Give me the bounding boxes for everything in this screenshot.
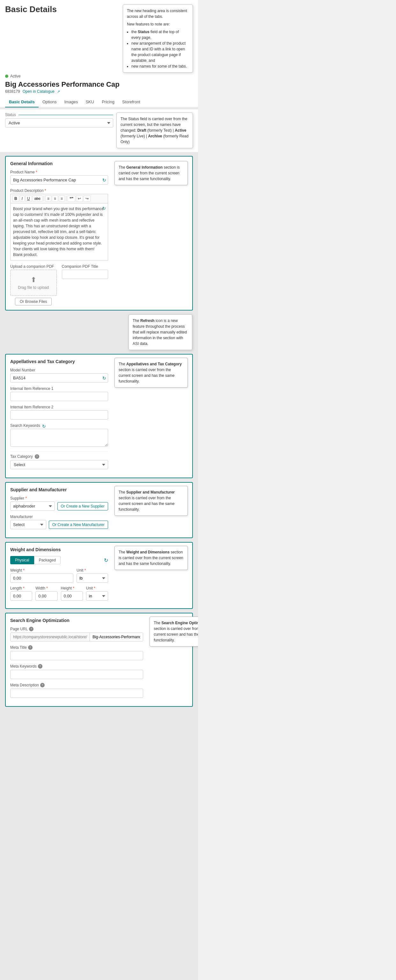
weight-section: Weight and Dimensions Physical Packaged … [5,542,193,609]
page-url-group: Page URL ? https://companystoresnewpubli… [10,627,143,641]
tooltip-bullet3: new names for some of the tabs. [131,64,189,69]
rte-strikethrough-btn[interactable]: abc [32,196,42,202]
meta-title-help-icon[interactable]: ? [28,645,32,650]
model-number-input[interactable] [10,373,108,383]
weight-title: Weight and Dimensions [10,547,108,552]
weight-tooltip: The Weight and Dimensions section is car… [115,546,188,570]
weight-refresh-btn[interactable]: ↻ [104,557,108,563]
dim-unit-group: Unit * in cm ft [86,586,108,601]
companion-pdf-title-label: Companion PDF Title [62,264,108,269]
meta-keywords-label: Meta Keywords [10,664,37,668]
internal-ref1-input[interactable] [10,392,108,401]
tab-sku[interactable]: SKU [82,97,98,107]
supplier-select[interactable]: alphabroder [10,501,55,511]
meta-description-input[interactable] [10,689,143,698]
product-name-label: Product Name * [10,170,108,174]
page-url-help-icon[interactable]: ? [29,627,33,631]
width-input[interactable] [35,591,57,601]
product-name-refresh-btn[interactable]: ↻ [102,178,106,183]
tabs-bar: Basic Details Options Images SKU Pricing… [0,97,198,107]
seo-url-row: https://companystoresnewpublic.local/sto… [10,633,143,641]
create-new-manufacturer-btn[interactable]: Or Create a New Manufacturer [49,520,108,529]
search-keywords-label: Search Keywords [10,423,40,428]
rte-redo-btn[interactable]: ↪ [84,196,91,202]
appellatives-section: Appellatives and Tax Category Model Numb… [5,354,193,478]
product-id-row: 6838179 Open in Catalogue ↗ [5,89,193,94]
length-input[interactable] [10,591,32,601]
header-tooltip: The new heading area is consistent acros… [123,5,193,73]
meta-title-input[interactable] [10,651,143,660]
meta-keywords-input[interactable] [10,670,143,679]
rte-italic-btn[interactable]: I [20,196,25,202]
physical-packaged-tabs: Physical Packaged ↻ [10,556,108,564]
manufacturer-group: Manufacturer Select Or Create a New Manu… [10,515,108,529]
status-select[interactable]: Active Draft Archive [5,118,113,127]
packaged-tab-btn[interactable]: Packaged [34,556,60,564]
supplier-group: Supplier * alphabroder Or Create a New S… [10,496,108,511]
rte-refresh-btn[interactable]: ↻ [102,205,106,212]
model-number-refresh-btn[interactable]: ↻ [102,375,106,381]
meta-description-help-icon[interactable]: ? [40,683,45,687]
rte-indent-btn[interactable]: ≡ [59,196,65,202]
tab-pricing[interactable]: Pricing [98,97,118,107]
seo-url-input[interactable] [90,633,143,641]
physical-tab-btn[interactable]: Physical [10,556,34,564]
internal-ref1-label: Internal Item Reference 1 [10,387,108,391]
rte-undo-btn[interactable]: ↩ [76,196,83,202]
tab-storefront[interactable]: Storefront [118,97,144,107]
supplier-label: Supplier * [10,496,108,501]
tab-options[interactable]: Options [38,97,60,107]
upload-icon: ⬆ [16,276,51,284]
open-catalogue-link[interactable]: Open in Catalogue [23,89,54,94]
product-name-heading: Big Accessories Performance Cap [5,80,193,89]
rte-divider-1 [44,196,44,201]
status-indicator-dot [5,75,8,78]
drag-drop-text: Drag file to upload [16,285,51,290]
page-wrapper: Basic Details The new heading area is co… [0,0,198,980]
height-input[interactable] [61,591,83,601]
meta-title-group: Meta Title ? [10,645,143,660]
status-field-label: Status [5,113,113,117]
tax-category-help-icon[interactable]: ? [35,454,39,459]
length-group: Length * [10,586,32,601]
rte-content-area[interactable]: Boost your brand when you give out this … [10,203,108,261]
rte-underline-btn[interactable]: U [25,196,32,202]
seo-title: Search Engine Optimization [10,618,143,623]
status-tooltip: The Status field is carried over from th… [116,113,193,148]
pdf-title-right: Companion PDF Title [62,264,108,305]
product-description-label: Product Description * [10,188,108,193]
dim-unit-select[interactable]: in cm ft [86,591,108,601]
internal-ref2-input[interactable] [10,410,108,420]
model-number-label: Model Number [10,368,108,372]
rte-text: Boost your brand when you give out this … [13,207,103,257]
pdf-upload-left: Upload a companion PDF ⬆ Drag file to up… [10,264,57,305]
upload-dropzone[interactable]: ⬆ Drag file to upload [10,270,57,296]
tax-category-select[interactable]: Select [10,460,108,469]
weight-unit-select[interactable]: lb oz kg g [76,574,108,583]
tab-basic-details[interactable]: Basic Details [5,97,38,107]
rte-bold-btn[interactable]: B [13,196,19,202]
product-name-input[interactable] [10,175,108,185]
bottom-spacer [0,711,198,720]
search-keywords-textarea[interactable] [10,429,108,447]
create-new-supplier-btn[interactable]: Or Create a New Supplier [57,502,108,511]
manufacturer-label: Manufacturer [10,515,108,519]
supplier-tooltip: The Supplier and Manufacturer section is… [115,486,188,516]
weight-input[interactable] [10,574,73,583]
weight-unit-group: Unit * lb oz kg g [76,568,108,583]
rte-ol-btn[interactable]: ≡ [52,196,58,202]
manufacturer-select[interactable]: Select [10,520,46,529]
browse-files-btn[interactable]: Or Browse Files [15,298,52,305]
tab-images[interactable]: Images [60,97,82,107]
search-keywords-group: Search Keywords ↻ [10,423,108,448]
tooltip-bullet2: new arrangement of the product name and … [131,40,189,64]
search-keywords-refresh-btn[interactable]: ↻ [42,424,46,429]
tooltip-line1: The new heading area is consistent acros… [127,8,189,19]
rte-ul-btn[interactable]: ≡ [45,196,51,202]
rte-quote-btn[interactable]: ❝❞ [68,196,75,202]
tax-category-group: Tax Category ? Select [10,454,108,469]
meta-keywords-help-icon[interactable]: ? [38,664,42,668]
page-url-label: Page URL [10,627,28,631]
companion-pdf-title-input[interactable] [62,270,108,279]
manufacturer-row: Select Or Create a New Manufacturer [10,520,108,529]
